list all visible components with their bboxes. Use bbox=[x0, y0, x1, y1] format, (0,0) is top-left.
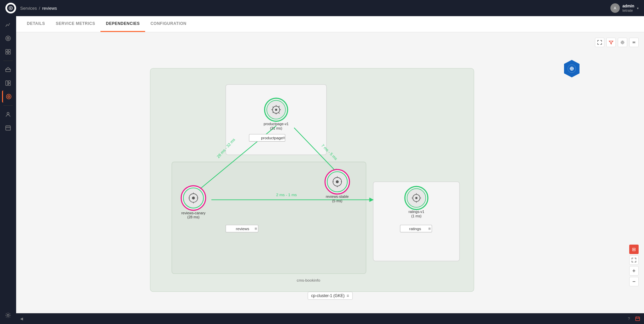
bottom-cluster-label-text: cp-cluster-1 (GKE) bbox=[311, 293, 344, 298]
svg-text:reviews-stable: reviews-stable bbox=[326, 194, 349, 199]
logo-inner bbox=[7, 4, 14, 12]
svg-point-56 bbox=[192, 196, 195, 200]
bottom-cluster-label[interactable]: cp-cluster-1 (GKE) ≡ bbox=[307, 292, 352, 300]
settings-icon-btn[interactable] bbox=[618, 38, 627, 47]
svg-text:(1 ms): (1 ms) bbox=[411, 214, 421, 218]
svg-text:≡: ≡ bbox=[283, 135, 285, 140]
tab-bar: DETAILS SERVICE METRICS DEPENDENCIES CON… bbox=[16, 16, 644, 32]
collapse-icon-btn[interactable] bbox=[629, 38, 639, 47]
svg-point-27 bbox=[571, 68, 572, 69]
tab-configuration[interactable]: CONFIGURATION bbox=[145, 16, 192, 32]
svg-text:≡: ≡ bbox=[428, 226, 431, 231]
user-info: admin tetrate bbox=[622, 4, 634, 12]
avatar-initials: A bbox=[614, 6, 616, 10]
svg-point-23 bbox=[622, 42, 624, 43]
svg-rect-11 bbox=[6, 81, 8, 85]
user-org: tetrate bbox=[622, 8, 634, 12]
svg-text:(28 ms): (28 ms) bbox=[187, 215, 200, 219]
svg-point-4 bbox=[8, 38, 8, 39]
help-icon: ? bbox=[628, 317, 630, 321]
bottom-bar-toggle[interactable]: ◀ bbox=[20, 317, 23, 321]
svg-rect-7 bbox=[6, 52, 8, 54]
svg-text:productpage: productpage bbox=[261, 136, 283, 140]
sidebar-item-puzzle[interactable] bbox=[2, 46, 14, 58]
sidebar-item-graph[interactable] bbox=[2, 19, 14, 31]
tab-details[interactable]: DETAILS bbox=[22, 16, 50, 32]
sidebar-divider-2 bbox=[3, 105, 13, 106]
bottom-bar-calendar[interactable] bbox=[635, 316, 640, 321]
expand-all-btn[interactable] bbox=[629, 255, 639, 265]
svg-text:productpage-v1: productpage-v1 bbox=[264, 122, 289, 126]
sidebar-item-calendar[interactable] bbox=[2, 122, 14, 134]
content-area: DETAILS SERVICE METRICS DEPENDENCIES CON… bbox=[16, 16, 644, 324]
svg-rect-12 bbox=[8, 81, 10, 83]
breadcrumb-separator: / bbox=[39, 6, 40, 11]
sidebar-item-settings[interactable] bbox=[2, 309, 14, 321]
svg-rect-8 bbox=[8, 52, 10, 54]
sidebar-item-grid[interactable] bbox=[2, 77, 14, 89]
zoom-out-btn[interactable]: − bbox=[629, 277, 639, 286]
navbar: Services / reviews A admin tetrate ▾ bbox=[0, 0, 644, 16]
dependency-graph-svg: 28 ms - 32 ms 7 ms - 5 ms 2 ms - 1 ms bbox=[16, 32, 644, 313]
svg-rect-9 bbox=[6, 69, 10, 72]
sidebar-item-person[interactable] bbox=[2, 108, 14, 120]
tab-dependencies[interactable]: DEPENDENCIES bbox=[100, 16, 145, 32]
svg-rect-13 bbox=[8, 83, 10, 85]
svg-text:reviews: reviews bbox=[236, 226, 249, 231]
red-grid-btn[interactable]: ⊞ bbox=[629, 245, 639, 254]
node-reviews-stable[interactable]: reviews-stable (5 ms) bbox=[325, 170, 350, 203]
breadcrumb: Services / reviews bbox=[20, 6, 57, 11]
svg-point-17 bbox=[7, 112, 9, 114]
svg-rect-5 bbox=[6, 49, 8, 51]
svg-rect-71 bbox=[636, 317, 640, 321]
svg-point-16 bbox=[8, 96, 9, 97]
expand-icon-btn[interactable] bbox=[595, 38, 604, 47]
sidebar-item-target[interactable] bbox=[2, 32, 14, 44]
svg-point-50 bbox=[336, 180, 339, 183]
graph-container: 28 ms - 32 ms 7 ms - 5 ms 2 ms - 1 ms bbox=[16, 32, 644, 313]
svg-text:2 ms - 1 ms: 2 ms - 1 ms bbox=[276, 192, 297, 197]
svg-text:ratings: ratings bbox=[409, 226, 421, 231]
svg-point-41 bbox=[275, 109, 277, 111]
username: admin bbox=[622, 4, 634, 8]
breadcrumb-current: reviews bbox=[42, 6, 57, 11]
svg-point-62 bbox=[415, 197, 417, 199]
bottom-toggle-icon: ◀ bbox=[20, 317, 23, 321]
svg-text:reviews-canary: reviews-canary bbox=[181, 211, 206, 215]
node-label-reviews[interactable]: reviews ≡ bbox=[226, 225, 258, 232]
svg-text:(5 ms): (5 ms) bbox=[332, 199, 342, 203]
svg-point-1 bbox=[10, 7, 11, 9]
app-logo[interactable] bbox=[5, 3, 16, 13]
filter-icon-btn[interactable] bbox=[606, 38, 616, 47]
navbar-left: Services / reviews bbox=[5, 3, 57, 13]
main-layout: DETAILS SERVICE METRICS DEPENDENCIES CON… bbox=[0, 16, 644, 324]
sidebar-item-services[interactable] bbox=[2, 91, 14, 103]
svg-rect-6 bbox=[8, 49, 10, 51]
breadcrumb-parent[interactable]: Services bbox=[20, 6, 37, 11]
sidebar-divider-1 bbox=[3, 61, 13, 61]
graph-toolbar bbox=[595, 38, 639, 47]
right-controls: ⊞ + − bbox=[629, 245, 639, 286]
cluster-label-cms: cms-bookinfo bbox=[297, 278, 320, 282]
navbar-right: A admin tetrate ▾ bbox=[610, 3, 639, 13]
sidebar-item-bank[interactable] bbox=[2, 64, 14, 76]
hexagon-badge[interactable] bbox=[563, 59, 580, 79]
zoom-in-btn[interactable]: + bbox=[629, 266, 639, 276]
bottom-bar: ◀ ? bbox=[16, 313, 644, 324]
svg-marker-10 bbox=[6, 67, 10, 69]
node-label-ratings[interactable]: ratings ≡ bbox=[400, 225, 432, 232]
svg-text:≡: ≡ bbox=[255, 226, 257, 231]
tab-service-metrics[interactable]: SERVICE METRICS bbox=[50, 16, 100, 32]
avatar: A bbox=[610, 3, 620, 13]
node-label-productpage[interactable]: productpage ≡ bbox=[249, 134, 285, 141]
svg-text:ratings-v1: ratings-v1 bbox=[409, 210, 424, 214]
svg-text:(31 ms): (31 ms) bbox=[270, 126, 282, 130]
graph-area: 28 ms - 32 ms 7 ms - 5 ms 2 ms - 1 ms bbox=[16, 32, 644, 313]
bottom-cluster-menu-icon: ≡ bbox=[347, 293, 349, 298]
svg-point-22 bbox=[7, 314, 9, 316]
bottom-bar-help[interactable]: ? bbox=[628, 317, 630, 321]
node-productpage-v1[interactable]: productpage-v1 (31 ms) bbox=[264, 98, 289, 130]
svg-rect-18 bbox=[6, 126, 10, 130]
node-reviews-canary[interactable]: reviews-canary (28 ms) bbox=[181, 186, 206, 219]
user-menu-chevron[interactable]: ▾ bbox=[637, 6, 639, 10]
